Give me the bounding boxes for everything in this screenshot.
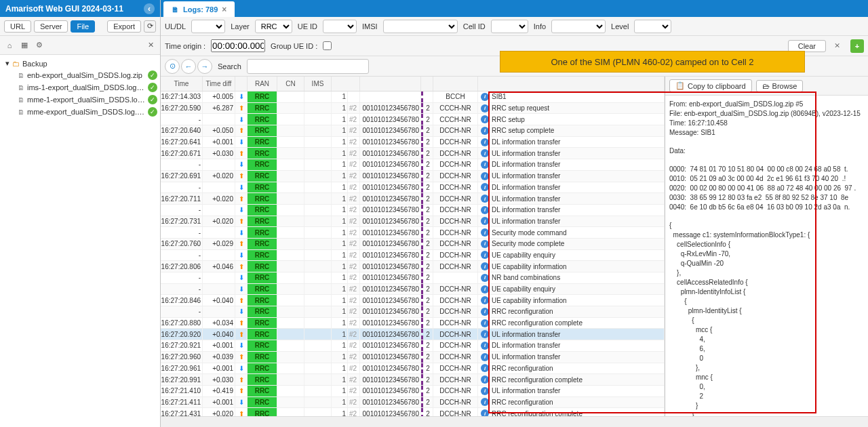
file-button[interactable]: File xyxy=(71,20,95,33)
info-icon: i xyxy=(481,387,489,395)
time-origin-input[interactable] xyxy=(211,39,265,52)
col-cn[interactable]: CN xyxy=(277,77,304,91)
level-label: Level xyxy=(611,22,629,30)
nav-forward-icon[interactable]: → xyxy=(197,59,212,74)
table-row[interactable]: 16:27:20.920+0.040⬆RRC1#2001010123456780… xyxy=(161,329,665,340)
col-tdiff[interactable]: Time diff xyxy=(203,77,235,91)
home-icon[interactable]: ⌂ xyxy=(4,40,15,51)
table-row[interactable]: -⬇RRC1#20010101234567802DCCH-NRiDL infor… xyxy=(161,182,665,194)
imsi-select[interactable] xyxy=(383,20,458,33)
close-icon[interactable]: ✕ xyxy=(145,40,156,51)
col-ueid[interactable] xyxy=(332,77,360,91)
ueid-select[interactable] xyxy=(323,20,357,33)
tree-file-item[interactable]: 🗎ims-1-export_dualSim_DSDS.log.zip✓ xyxy=(0,81,160,94)
table-row[interactable]: 16:27:20.711+0.020⬆RRC1#2001010123456780… xyxy=(161,193,665,205)
col-chan[interactable] xyxy=(433,77,478,91)
table-row[interactable]: 16:27:20.846+0.040⬆RRC1#2001010123456780… xyxy=(161,295,665,306)
add-filter-button[interactable]: + xyxy=(850,39,864,53)
nav-scroll-icon[interactable]: ⊙ xyxy=(165,59,180,74)
table-row[interactable]: 16:27:20.590+6.287⬆RRC1#2001010123456780… xyxy=(161,103,665,115)
table-row[interactable]: 16:27:20.806+0.046⬆RRC1#2001010123456780… xyxy=(161,261,665,272)
collapse-sidebar-icon[interactable]: ‹ xyxy=(144,3,155,14)
table-row[interactable]: 16:27:20.961+0.001⬇RRC1#2001010123456780… xyxy=(161,363,665,375)
table-row[interactable]: -⬇RRC1#20010101234567802DCCH-NRiUE capab… xyxy=(161,250,665,262)
table-row[interactable]: 16:27:20.960+0.039⬆RRC1#2001010123456780… xyxy=(161,352,665,363)
col-imsi[interactable] xyxy=(360,77,421,91)
clear-button[interactable]: Clear xyxy=(788,40,826,52)
direction-icon: ⬇ xyxy=(235,137,248,148)
table-row[interactable]: -⬇RRC1#20010101234567802CCCH-NRiRRC setu… xyxy=(161,114,665,125)
cellid-select[interactable] xyxy=(491,20,528,33)
add-file-icon[interactable]: ▦ xyxy=(19,40,30,51)
horizontal-scrollbar[interactable] xyxy=(161,416,868,427)
info-icon: i xyxy=(481,149,489,157)
table-row[interactable]: -⬇RRC1#20010101234567802DCCH-NRiDL infor… xyxy=(161,159,665,171)
imsi-label: IMSI xyxy=(362,22,378,30)
info-label: Info xyxy=(534,22,546,30)
tree-file-item[interactable]: 🗎mme-1-export_dualSim_DSDS.log.zip✓ xyxy=(0,94,160,106)
table-row[interactable]: 16:27:20.640+0.050⬆RRC1#2001010123456780… xyxy=(161,125,665,137)
col-ran[interactable]: RAN xyxy=(248,77,277,91)
direction-icon: ⬆ xyxy=(235,408,248,416)
tree-root[interactable]: ▾ 🗀 Backup xyxy=(0,58,160,69)
check-icon: ✓ xyxy=(148,70,157,80)
tree-file-item[interactable]: 🗎enb-export_dualSim_DSDS.log.zip✓ xyxy=(0,69,160,81)
layer-select[interactable]: RRC xyxy=(255,20,292,33)
table-row[interactable]: 16:27:21.411+0.001⬇RRC1#2001010123456780… xyxy=(161,397,665,409)
table-row[interactable]: 16:27:20.921+0.001⬇RRC1#2001010123456780… xyxy=(161,340,665,352)
table-row[interactable]: -⬇RRC1#20010101234567802iNR band combina… xyxy=(161,272,665,284)
info-icon: i xyxy=(481,364,489,372)
table-row[interactable]: -⬇RRC1#20010101234567802DCCH-NRiDL infor… xyxy=(161,205,665,216)
cellid-label: Cell ID xyxy=(463,22,486,30)
direction-icon: ⬇ xyxy=(235,250,248,261)
table-row[interactable]: 16:27:21.431+0.020⬆RRC1#2001010123456780… xyxy=(161,408,665,416)
annotation-callout: One of the SIM (PLMN 460-02) camped on t… xyxy=(500,51,805,73)
close-tab-icon[interactable]: × xyxy=(222,5,226,14)
table-row[interactable]: 16:27:20.691+0.020⬆RRC1#2001010123456780… xyxy=(161,171,665,182)
direction-icon: ⬇ xyxy=(235,205,248,216)
settings-icon[interactable]: ⚙ xyxy=(34,40,45,51)
col-time[interactable]: Time xyxy=(161,77,203,91)
table-row[interactable]: 16:27:21.410+0.419⬆RRC1#2001010123456780… xyxy=(161,386,665,397)
direction-icon: ⬆ xyxy=(235,216,248,227)
copy-clipboard-button[interactable]: 📋Copy to clipboard xyxy=(669,79,752,92)
file-icon: 🗎 xyxy=(18,72,24,79)
tab-logs[interactable]: 🗎 Logs: 789 × xyxy=(163,1,235,17)
uldl-label: UL/DL xyxy=(165,22,186,30)
refresh-icon[interactable]: ⟳ xyxy=(144,20,156,33)
info-icon: i xyxy=(481,398,489,406)
clear-x-icon[interactable]: ⨯ xyxy=(831,41,842,52)
info-icon: i xyxy=(481,206,489,214)
search-input[interactable] xyxy=(247,59,369,74)
table-row[interactable]: -⬇RRC1#20010101234567802DCCH-NRiUE capab… xyxy=(161,284,665,296)
app-title: Amarisoft Web GUI 2024-03-11 xyxy=(5,4,123,14)
direction-icon: ⬇ xyxy=(235,284,248,295)
server-button[interactable]: Server xyxy=(34,20,68,33)
info-icon: i xyxy=(481,93,489,101)
url-button[interactable]: URL xyxy=(4,20,31,33)
table-row[interactable]: 16:27:20.760+0.029⬆RRC1#2001010123456780… xyxy=(161,239,665,250)
tree-file-item[interactable]: 🗎mme-export_dualSim_DSDS.log.zip✓ xyxy=(0,106,160,118)
direction-icon: ⬆ xyxy=(235,239,248,249)
table-row[interactable]: -⬇RRC1#20010101234567802DCCH-NRiSecurity… xyxy=(161,227,665,239)
table-row[interactable]: 16:27:14.303+0.005⬇RRC1BCCHiSIB1 xyxy=(161,92,665,103)
info-icon: i xyxy=(481,172,489,180)
uldl-select[interactable] xyxy=(191,20,225,33)
group-ue-checkbox[interactable] xyxy=(323,41,332,50)
col-cell[interactable] xyxy=(421,77,433,91)
nav-back-icon[interactable]: ← xyxy=(181,59,196,74)
table-row[interactable]: 16:27:20.641+0.001⬇RRC1#2001010123456780… xyxy=(161,137,665,148)
table-row[interactable]: 16:27:20.671+0.030⬆RRC1#2001010123456780… xyxy=(161,148,665,159)
col-info[interactable] xyxy=(478,77,665,91)
direction-icon: ⬇ xyxy=(235,272,248,283)
table-row[interactable]: 16:27:20.880+0.034⬆RRC1#2001010123456780… xyxy=(161,318,665,329)
browse-button[interactable]: 🗁Browse xyxy=(756,80,804,92)
col-ims[interactable]: IMS xyxy=(304,77,332,91)
col-dir[interactable] xyxy=(235,77,248,91)
info-select[interactable] xyxy=(551,20,606,33)
table-row[interactable]: -⬇RRC1#20010101234567802DCCH-NRiRRC reco… xyxy=(161,306,665,318)
level-select[interactable] xyxy=(634,20,671,33)
export-button[interactable]: Export xyxy=(107,20,141,33)
table-row[interactable]: 16:27:20.731+0.020⬆RRC1#2001010123456780… xyxy=(161,216,665,228)
table-row[interactable]: 16:27:20.991+0.030⬆RRC1#2001010123456780… xyxy=(161,374,665,386)
